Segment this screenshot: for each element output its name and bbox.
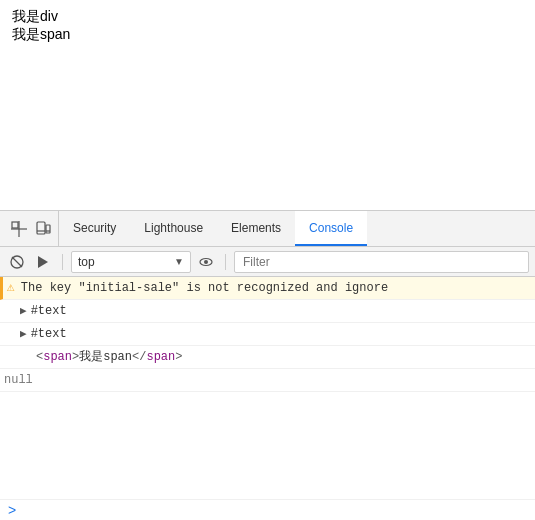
tree-label-1: #text [31, 302, 67, 320]
console-toolbar: top ▼ [0, 247, 535, 277]
tab-security[interactable]: Security [59, 211, 130, 246]
warning-text: The key "initial-sale" is not recognized… [21, 279, 388, 297]
filter-input[interactable] [234, 251, 529, 273]
tag-close-span: span [146, 348, 175, 366]
context-arrow-icon: ▼ [174, 256, 184, 267]
devtools-panel: Security Lighthouse Elements Console top [0, 210, 535, 520]
svg-marker-9 [38, 256, 48, 268]
tab-console[interactable]: Console [295, 211, 367, 246]
tree-row-text1: ▶ #text [0, 300, 535, 323]
devtools-icons [4, 211, 59, 246]
open-bracket: < [36, 348, 43, 366]
span-content: 我是span [79, 348, 132, 366]
page-line2: 我是span [12, 26, 523, 44]
eye-icon[interactable] [195, 251, 217, 273]
prompt-arrow: > [8, 502, 16, 518]
console-prompt[interactable]: > [0, 499, 535, 520]
svg-rect-4 [46, 225, 50, 233]
play-button[interactable] [32, 251, 54, 273]
tree-toggle-1[interactable]: ▶ [20, 302, 27, 320]
svg-rect-3 [37, 222, 45, 234]
page-line1: 我是div [12, 8, 523, 26]
warning-row: ⚠ The key "initial-sale" is not recogniz… [0, 277, 535, 300]
clear-console-button[interactable] [6, 251, 28, 273]
tab-elements[interactable]: Elements [217, 211, 295, 246]
warning-icon: ⚠ [7, 279, 15, 297]
context-selector[interactable]: top ▼ [71, 251, 191, 273]
tab-lighthouse[interactable]: Lighthouse [130, 211, 217, 246]
tree-row-span: <span>我是span</span> [0, 346, 535, 369]
device-icon[interactable] [34, 220, 52, 238]
page-content: 我是div 我是span [0, 0, 535, 210]
console-output: ⚠ The key "initial-sale" is not recogniz… [0, 277, 535, 499]
toolbar-separator [62, 254, 63, 270]
tree-label-2: #text [31, 325, 67, 343]
svg-rect-0 [12, 222, 18, 228]
tree-row-text2: ▶ #text [0, 323, 535, 346]
tag-name-span: span [43, 348, 72, 366]
null-text: null [4, 371, 33, 389]
tree-toggle-2[interactable]: ▶ [20, 325, 27, 343]
null-row: null [0, 369, 535, 392]
svg-line-8 [12, 257, 22, 267]
devtools-tab-bar: Security Lighthouse Elements Console [0, 211, 535, 247]
toolbar-separator-2 [225, 254, 226, 270]
svg-point-11 [204, 260, 208, 264]
cursor-icon[interactable] [10, 220, 28, 238]
